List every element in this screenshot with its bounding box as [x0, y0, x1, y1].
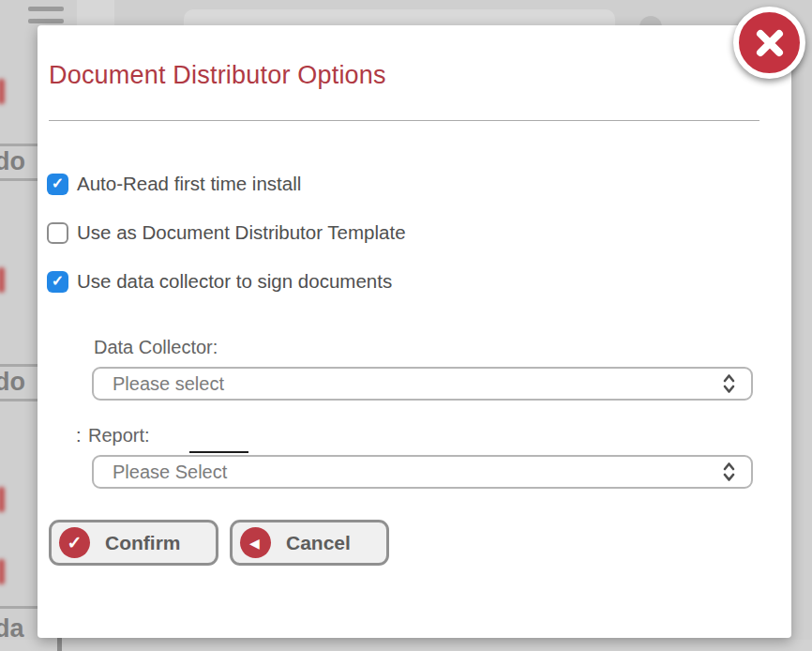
clipped-red-icon [0, 79, 5, 104]
data-collector-label: Data Collector: [94, 337, 218, 358]
data-collector-select-value: Please select [113, 373, 224, 395]
checkbox-row-data-collector-sign: ✓ Use data collector to sign documents [47, 270, 392, 293]
dialog-title: Document Distributor Options [49, 61, 386, 90]
clipped-list-text: do [0, 368, 25, 397]
cancel-back-arrow-icon: ◀ [240, 527, 271, 558]
chevron-up-down-icon [722, 372, 736, 395]
auto-read-checkbox[interactable]: ✓ [47, 174, 68, 195]
report-label: Report: [88, 425, 150, 447]
clipped-list-text: da [0, 614, 24, 643]
cancel-button-label: Cancel [286, 532, 351, 554]
blank-underline [189, 451, 248, 453]
close-button[interactable] [733, 7, 805, 79]
clipped-red-icon [0, 559, 5, 584]
clipped-list-text: do [0, 147, 25, 176]
checkbox-row-auto-read: ✓ Auto-Read first time install [47, 173, 301, 195]
bg-divider [0, 606, 38, 609]
clipped-red-icon [0, 267, 5, 293]
cancel-button[interactable]: ◀ Cancel [230, 520, 389, 566]
data-collector-select[interactable]: Please select [92, 367, 753, 401]
bottom-bar [57, 638, 62, 651]
report-select[interactable]: Please Select [92, 455, 753, 489]
bg-divider [0, 144, 38, 146]
data-collector-sign-label: Use data collector to sign documents [77, 270, 392, 293]
report-label-prefix: : [76, 425, 82, 447]
template-checkbox[interactable]: ✓ [47, 222, 68, 244]
data-collector-sign-checkbox[interactable]: ✓ [47, 271, 68, 293]
confirm-button-label: Confirm [105, 532, 181, 554]
confirm-button[interactable]: ✓ Confirm [49, 520, 218, 566]
bg-divider [0, 399, 38, 401]
title-divider [49, 120, 759, 121]
clipped-red-icon [0, 487, 5, 512]
document-distributor-options-dialog: Document Distributor Options ✓ Auto-Read… [38, 25, 791, 638]
check-icon: ✓ [52, 176, 64, 191]
bottom-strip [0, 640, 812, 651]
confirm-check-icon: ✓ [59, 527, 90, 558]
bg-divider [0, 178, 38, 181]
check-icon: ✓ [52, 274, 64, 289]
topbar-block [77, 0, 114, 25]
screen: do do da Document Distributor Options ✓ … [0, 0, 812, 651]
template-label: Use as Document Distributor Template [77, 221, 406, 244]
checkbox-row-template: ✓ Use as Document Distributor Template [47, 221, 406, 244]
close-icon [751, 24, 789, 62]
chevron-up-down-icon [722, 461, 736, 483]
report-select-value: Please Select [113, 462, 227, 483]
auto-read-label: Auto-Read first time install [77, 173, 301, 195]
bg-divider [0, 364, 38, 367]
hamburger-menu-icon[interactable] [28, 7, 64, 23]
